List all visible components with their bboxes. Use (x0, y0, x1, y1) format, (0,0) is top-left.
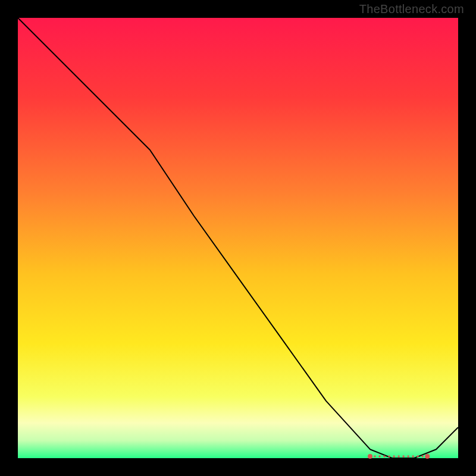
flat-region-dot (402, 455, 404, 457)
flat-region-dot (416, 455, 418, 457)
flat-region-dot (374, 455, 375, 457)
flat-region-dot (378, 455, 380, 457)
chart-svg (0, 0, 476, 476)
chart-container: TheBottleneck.com (0, 0, 476, 476)
flat-region-dot (397, 455, 399, 457)
flat-region-endpoint (368, 454, 372, 459)
flat-region-dot (421, 455, 423, 457)
flat-region-endpoint (425, 454, 430, 459)
flat-region-dot (393, 455, 394, 457)
flat-region-dot (383, 455, 385, 457)
flat-region-dot (407, 455, 409, 457)
watermark-text: TheBottleneck.com (359, 2, 464, 16)
flat-region-dot (388, 455, 390, 457)
flat-region-dot (412, 455, 414, 457)
